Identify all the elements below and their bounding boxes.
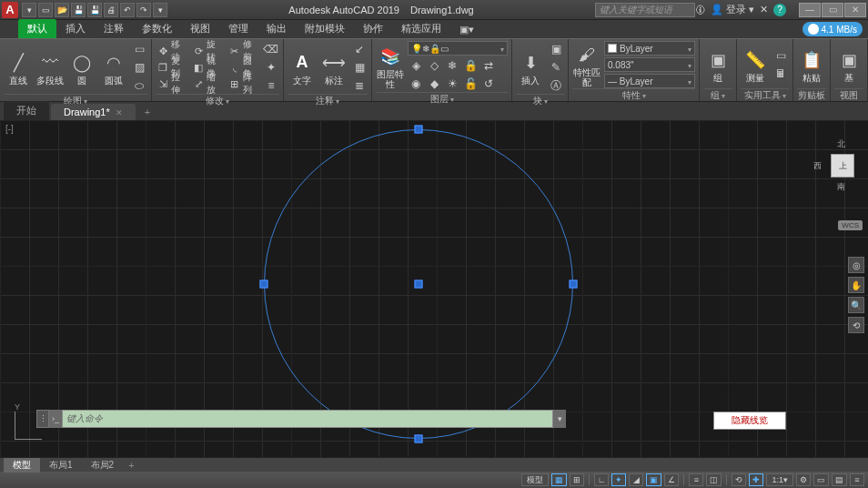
grip-center[interactable]	[415, 280, 423, 289]
tab-default[interactable]: 默认	[18, 19, 56, 38]
panel-util-label[interactable]: 实用工具	[741, 88, 789, 101]
status-scale[interactable]: 1:1▾	[766, 473, 793, 486]
linetype-select[interactable]: — ByLayer	[604, 74, 695, 88]
calc-icon[interactable]: 🖩	[772, 66, 789, 82]
viewcube-w[interactable]: 西	[813, 160, 822, 172]
base-view-button[interactable]: ▣基	[834, 47, 863, 83]
status-trans-icon[interactable]: ◫	[706, 473, 722, 486]
layer-on-icon[interactable]: ◆	[426, 76, 442, 92]
text-button[interactable]: A文字	[288, 50, 317, 86]
tab-view[interactable]: 视图	[181, 19, 219, 38]
plot-icon[interactable]: 🖨	[104, 3, 118, 17]
tab-collab[interactable]: 协作	[354, 19, 392, 38]
arc-button[interactable]: ◠圆弧	[99, 50, 128, 86]
wcs-badge[interactable]: WCS	[838, 220, 863, 230]
status-polar-icon[interactable]: ✦	[611, 473, 626, 486]
group-button[interactable]: ▣组	[703, 47, 732, 83]
layer-match-icon[interactable]: ⇄	[480, 57, 497, 74]
panel-block-label[interactable]: 块	[516, 94, 564, 107]
attr-block-icon[interactable]: Ⓐ	[548, 77, 564, 94]
close-button[interactable]: ✕	[844, 3, 866, 17]
tab-manage[interactable]: 管理	[219, 19, 257, 38]
panel-view-label[interactable]: 视图	[834, 88, 863, 101]
status-custom-icon[interactable]: ≡	[850, 473, 864, 486]
minimize-button[interactable]: —	[799, 3, 821, 17]
viewcube[interactable]: 北 西 上 南	[824, 147, 861, 184]
polyline-button[interactable]: 〰多段线	[35, 50, 65, 86]
status-iso-icon[interactable]: ◢	[629, 473, 643, 486]
create-block-icon[interactable]: ▣	[548, 41, 564, 57]
panel-clip-label[interactable]: 剪贴板	[797, 88, 826, 101]
grip-north[interactable]	[415, 126, 423, 134]
edit-block-icon[interactable]: ✎	[548, 59, 564, 76]
tab-insert[interactable]: 插入	[56, 19, 95, 38]
panel-layers-label[interactable]: 图层	[376, 92, 508, 105]
undo-icon[interactable]: ↶	[120, 3, 135, 17]
tab-featured[interactable]: 精选应用	[392, 19, 450, 38]
grip-south[interactable]	[415, 435, 423, 443]
tab-drawing1[interactable]: Drawing1*✕	[51, 104, 136, 120]
scale-button[interactable]: ⤢缩放	[191, 76, 224, 91]
status-gear-icon[interactable]: ⚙	[796, 473, 811, 486]
panel-props-label[interactable]: 特性	[572, 88, 695, 101]
status-model[interactable]: 模型	[521, 473, 549, 486]
status-monitor-icon[interactable]: ▭	[813, 473, 829, 486]
tab-parametric[interactable]: 参数化	[133, 19, 181, 38]
redo-icon[interactable]: ↷	[136, 3, 151, 17]
status-otrack-icon[interactable]: ∠	[664, 473, 679, 486]
viewcube-n[interactable]: 北	[837, 138, 845, 150]
info-icon[interactable]: 🛈	[695, 5, 705, 15]
measure-button[interactable]: 📏测量	[741, 47, 770, 83]
login-button[interactable]: 👤 登录 ▾	[711, 3, 754, 16]
tab-output[interactable]: 输出	[257, 19, 296, 38]
ellipse-icon[interactable]: ⬭	[131, 77, 147, 94]
leader-icon[interactable]: ↙	[351, 41, 368, 57]
circle-button[interactable]: ◯圆	[67, 50, 96, 86]
viewcube-top[interactable]: 上	[831, 154, 854, 178]
panel-group-label[interactable]: 组	[703, 88, 732, 101]
layer-off-icon[interactable]: ◇	[426, 57, 442, 74]
layer-props-button[interactable]: 📚图层特性	[376, 44, 405, 89]
status-clean-icon[interactable]: ▤	[832, 473, 847, 486]
viewport-controls[interactable]: [-]	[5, 124, 14, 134]
layer-iso-icon[interactable]: ◈	[408, 57, 424, 74]
speed-badge[interactable]: 4.1 MB/s	[802, 22, 863, 36]
layer-thaw-icon[interactable]: ☀	[444, 76, 460, 92]
layer-select[interactable]: 💡❄🔒▭	[408, 41, 508, 56]
viewcube-s[interactable]: 南	[837, 181, 845, 193]
tab-layout2[interactable]: 布局2	[82, 458, 124, 473]
menu-dropdown-icon[interactable]: ▾	[22, 3, 36, 17]
tab-layout1[interactable]: 布局1	[40, 458, 82, 473]
status-snap-icon[interactable]: ⊞	[570, 473, 584, 486]
tab-annotate[interactable]: 注释	[95, 19, 133, 38]
saveas-icon[interactable]: 💾	[87, 3, 102, 17]
cmd-drag-handle[interactable]: ⋮	[36, 410, 49, 428]
layer-uniso-icon[interactable]: ◉	[408, 76, 424, 92]
cmd-history-icon[interactable]: ›_	[49, 410, 62, 428]
hatch-icon[interactable]: ▨	[131, 59, 147, 76]
cmd-recent-icon[interactable]: ▾	[553, 410, 566, 428]
paste-button[interactable]: 📋粘贴	[797, 47, 826, 83]
erase-icon[interactable]: ⌫	[263, 41, 279, 57]
status-anno-icon[interactable]: ✚	[749, 473, 763, 486]
panel-annot-label[interactable]: 注释	[288, 94, 368, 107]
select-icon[interactable]: ▭	[772, 47, 789, 64]
qat-more-icon[interactable]: ▾	[153, 3, 167, 17]
help-icon[interactable]: ?	[773, 4, 786, 16]
line-button[interactable]: ╱直线	[4, 50, 33, 86]
lineweight-select[interactable]: 0.083"	[604, 57, 695, 72]
new-tab-button[interactable]: +	[137, 104, 157, 120]
help-search-input[interactable]: 键入关键字或短语	[595, 3, 695, 17]
tab-start[interactable]: 开始	[4, 101, 49, 120]
layer-prev-icon[interactable]: ↺	[480, 76, 497, 92]
layer-lock-icon[interactable]: 🔒	[462, 57, 479, 74]
drawing-canvas[interactable]: [-] Y 北 西 上 南 WCS ◎ ✋ 🔍 ⟲ ⋮ ›_ 键入命令 ▾ 隐藏…	[0, 120, 868, 457]
table-icon[interactable]: ▦	[351, 59, 368, 76]
add-layout-button[interactable]: +	[123, 459, 139, 472]
maximize-button[interactable]: ▭	[822, 3, 843, 17]
layer-unlock-icon[interactable]: 🔓	[462, 76, 479, 92]
save-icon[interactable]: 💾	[71, 3, 86, 17]
dimension-button[interactable]: ⟷标注	[319, 50, 348, 86]
nav-wheel-icon[interactable]: ◎	[848, 257, 864, 273]
insert-block-button[interactable]: ⬇插入	[516, 50, 545, 86]
